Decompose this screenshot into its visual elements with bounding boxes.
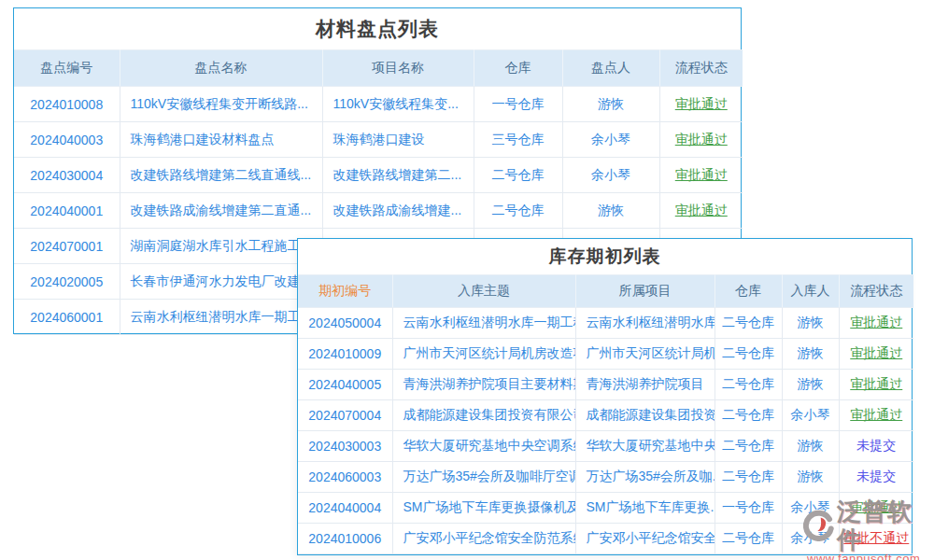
cell-id[interactable]: 2024060003 (298, 462, 392, 493)
cell-id[interactable]: 2024040004 (298, 493, 392, 524)
cell-id[interactable]: 2024030003 (298, 431, 392, 462)
cell-id[interactable]: 2024040001 (14, 193, 120, 229)
cell-person: 余小琴 (782, 524, 839, 554)
cell-id[interactable]: 2024010009 (298, 339, 392, 370)
material-inventory-title: 材料盘点列表 (14, 8, 741, 49)
cell-id[interactable]: 2024040003 (14, 122, 120, 158)
column-header-cell-person: 入库人 (782, 275, 839, 308)
cell-project: 广安邓小平纪念馆安全... (575, 524, 715, 554)
table-row[interactable]: 2024010008110kV安徽线程集变开断线路...110kV安徽线程集变.… (14, 87, 743, 122)
table-row[interactable]: 2024050004云南水利枢纽潜明水库一期工程...云南水利枢纽潜明水库...… (298, 308, 913, 339)
cell-subject: 110kV安徽线程集变开断线路... (120, 87, 322, 122)
cell-status[interactable]: 审批通过 (659, 87, 743, 122)
table-row[interactable]: 2024040003珠海鹤港口建设材料盘点珠海鹤港口建设三号仓库余小琴审批通过 (14, 122, 743, 158)
cell-id[interactable]: 2024020005 (14, 264, 120, 300)
cell-subject: 成都能源建设集团投资有限公司... (392, 400, 575, 431)
table-row[interactable]: 2024030003华软大厦研究基地中央空调系统...华软大厦研究基地中央...… (298, 431, 913, 462)
column-header-cell-id: 期初编号 (298, 275, 392, 308)
cell-subject: 广安邓小平纪念馆安全防范系统... (392, 524, 575, 554)
cell-warehouse: 一号仓库 (715, 493, 782, 524)
table-row[interactable]: 2024030004改建铁路线增建第二线直通线...改建铁路线增建第二...二号… (14, 158, 743, 193)
cell-warehouse: 二号仓库 (715, 431, 782, 462)
cell-warehouse: 二号仓库 (715, 308, 782, 339)
stock-opening-table: 期初编号入库主题所属项目仓库入库人流程状态 2024050004云南水利枢纽潜明… (298, 274, 913, 554)
cell-id[interactable]: 2024040005 (298, 370, 392, 400)
cell-warehouse: 二号仓库 (474, 193, 562, 229)
cell-person: 游恢 (562, 87, 659, 122)
table-row[interactable]: 2024040005青海洪湖养护院项目主要材料期...青海洪湖养护院项目二号仓库… (298, 370, 913, 400)
cell-id[interactable]: 2024050004 (298, 308, 392, 339)
cell-status[interactable]: 审批通过 (839, 339, 913, 370)
cell-warehouse: 二号仓库 (715, 524, 782, 554)
stock-opening-list-card: 库存期初列表 期初编号入库主题所属项目仓库入库人流程状态 2024050004云… (297, 238, 913, 555)
column-header-cell-id: 盘点编号 (14, 50, 120, 87)
cell-project: 华软大厦研究基地中央... (575, 431, 715, 462)
cell-person: 余小琴 (782, 400, 839, 431)
table-row[interactable]: 2024010006广安邓小平纪念馆安全防范系统...广安邓小平纪念馆安全...… (298, 524, 913, 554)
column-header-cell-project: 项目名称 (322, 50, 474, 87)
cell-project: 广州市天河区统计局机... (575, 339, 715, 370)
cell-subject: SM广场地下车库更换摄像机及... (392, 493, 575, 524)
table-row[interactable]: 2024040001改建铁路成渝线增建第二直通...改建铁路成渝线增建...二号… (14, 193, 743, 229)
table-row[interactable]: 2024070004成都能源建设集团投资有限公司...成都能源建设集团投资...… (298, 400, 913, 431)
cell-person: 游恢 (782, 339, 839, 370)
cell-project: SM广场地下车库更换... (575, 493, 715, 524)
column-header-cell-subject: 入库主题 (392, 275, 575, 308)
cell-status[interactable]: 审批通过 (839, 400, 913, 431)
cell-person: 游恢 (782, 462, 839, 493)
cell-warehouse: 一号仓库 (474, 87, 562, 122)
cell-project: 改建铁路成渝线增建... (322, 193, 474, 229)
cell-id[interactable]: 2024070001 (14, 229, 120, 264)
cell-project: 改建铁路线增建第二... (322, 158, 474, 193)
cell-subject: 青海洪湖养护院项目主要材料期... (392, 370, 575, 400)
column-header-cell-status: 流程状态 (659, 50, 743, 87)
cell-status[interactable]: 审批不通过 (839, 524, 913, 554)
cell-subject: 改建铁路成渝线增建第二直通... (120, 193, 322, 229)
cell-warehouse: 二号仓库 (474, 158, 562, 193)
cell-status[interactable]: 审批通过 (839, 370, 913, 400)
cell-warehouse: 二号仓库 (715, 339, 782, 370)
cell-status[interactable]: 审批通过 (659, 193, 743, 229)
cell-person: 余小琴 (782, 493, 839, 524)
cell-status[interactable]: 审批通过 (659, 122, 743, 158)
table-row[interactable]: 2024010009广州市天河区统计局机房改造项...广州市天河区统计局机...… (298, 339, 913, 370)
cell-subject: 云南水利枢纽潜明水库一期工 (120, 300, 322, 335)
cell-person: 游恢 (562, 193, 659, 229)
cell-warehouse: 二号仓库 (715, 400, 782, 431)
cell-subject: 湖南洞庭湖水库引水工程施工 (120, 229, 322, 264)
cell-status[interactable]: 审批通过 (659, 158, 743, 193)
cell-person: 余小琴 (562, 158, 659, 193)
cell-subject: 华软大厦研究基地中央空调系统... (392, 431, 575, 462)
header-row: 盘点编号盘点名称项目名称仓库盘点人流程状态 (14, 50, 743, 87)
cell-subject: 云南水利枢纽潜明水库一期工程... (392, 308, 575, 339)
cell-status[interactable]: 审批通过 (839, 493, 913, 524)
cell-id[interactable]: 2024010008 (14, 87, 120, 122)
cell-status[interactable]: 未提交 (839, 462, 913, 493)
cell-person: 余小琴 (562, 122, 659, 158)
column-header-cell-status: 流程状态 (839, 275, 913, 308)
column-header-cell-subject: 盘点名称 (120, 50, 322, 87)
cell-id[interactable]: 2024030004 (14, 158, 120, 193)
cell-id[interactable]: 2024070004 (298, 400, 392, 431)
cell-subject: 长春市伊通河水力发电厂改建 (120, 264, 322, 300)
cell-warehouse: 二号仓库 (715, 462, 782, 493)
cell-status[interactable]: 审批通过 (839, 308, 913, 339)
cell-id[interactable]: 2024010006 (298, 524, 392, 554)
table-row[interactable]: 2024060003万达广场35#会所及咖啡厅空调...万达广场35#会所及咖.… (298, 462, 913, 493)
cell-person: 游恢 (782, 370, 839, 400)
cell-person: 游恢 (782, 431, 839, 462)
cell-project: 万达广场35#会所及咖... (575, 462, 715, 493)
cell-project: 110kV安徽线程集变... (322, 87, 474, 122)
material-inventory-header-row: 盘点编号盘点名称项目名称仓库盘点人流程状态 (14, 50, 743, 87)
stock-opening-body: 2024050004云南水利枢纽潜明水库一期工程...云南水利枢纽潜明水库...… (298, 308, 913, 554)
cell-subject: 万达广场35#会所及咖啡厅空调... (392, 462, 575, 493)
cell-person: 游恢 (782, 308, 839, 339)
cell-project: 成都能源建设集团投资... (575, 400, 715, 431)
cell-warehouse: 三号仓库 (474, 122, 562, 158)
cell-id[interactable]: 2024060001 (14, 300, 120, 335)
column-header-cell-project: 所属项目 (575, 275, 715, 308)
column-header-cell-warehouse: 仓库 (474, 50, 562, 87)
header-row: 期初编号入库主题所属项目仓库入库人流程状态 (298, 275, 913, 308)
table-row[interactable]: 2024040004SM广场地下车库更换摄像机及...SM广场地下车库更换...… (298, 493, 913, 524)
cell-status[interactable]: 未提交 (839, 431, 913, 462)
